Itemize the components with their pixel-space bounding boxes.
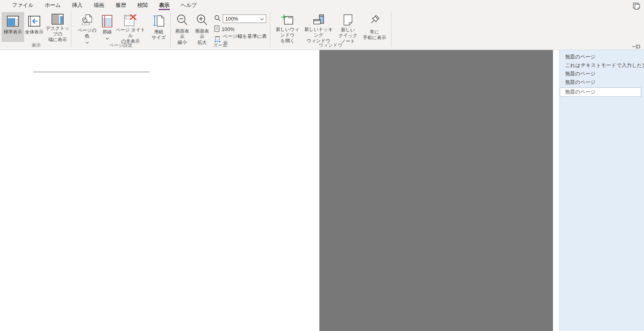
tab-view[interactable]: 表示 bbox=[153, 0, 175, 11]
group-label-view: 表示 bbox=[2, 42, 71, 48]
zoom-in-button[interactable]: 画面表示 拡大 bbox=[192, 12, 212, 42]
stacked-pages-icon[interactable] bbox=[632, 2, 641, 12]
chevron-down-icon bbox=[260, 16, 264, 22]
rule-lines-icon bbox=[102, 14, 112, 28]
always-on-top-label-2: 手前に表示 bbox=[363, 35, 386, 40]
new-docked-window-button[interactable]: 新しいドッキング ウィンドウ bbox=[302, 12, 335, 42]
hide-page-title-label-1: ページ タイトル bbox=[116, 27, 145, 38]
new-quick-note-button[interactable]: 新しい クイック ノート bbox=[335, 12, 361, 42]
new-docked-window-label-1: 新しいドッキング bbox=[303, 27, 334, 38]
dock-to-desktop-label-2: 端に表示 bbox=[48, 37, 67, 42]
page-list-item[interactable]: 無題のページ bbox=[560, 78, 644, 87]
ribbon-view-tab: 標準表示 全体表示 デスクトップの 端に表示 表示 bbox=[0, 11, 644, 50]
page-list-item-selected[interactable]: 無題のページ bbox=[560, 87, 641, 97]
page-canvas[interactable] bbox=[0, 50, 319, 331]
tab-history[interactable]: 履歴 bbox=[110, 0, 132, 11]
zoom-controls-column: 100% 100% ページ幅を基準に表示 bbox=[212, 12, 270, 44]
new-quick-note-label-1: 新しい bbox=[341, 27, 355, 33]
paper-size-button[interactable]: 用紙 サイズ bbox=[148, 12, 169, 42]
group-separator bbox=[391, 12, 391, 47]
zoom-100-button[interactable]: 100% bbox=[214, 25, 268, 33]
tab-insert[interactable]: 挿入 bbox=[66, 0, 88, 11]
dock-to-desktop-label-1: デスクトップの bbox=[45, 25, 70, 37]
dock-to-desktop-button[interactable]: デスクトップの 端に表示 bbox=[44, 12, 71, 42]
rule-lines-label: 罫線 bbox=[103, 29, 112, 35]
normal-view-button[interactable]: 標準表示 bbox=[2, 12, 24, 42]
zoom-level-value: 100% bbox=[225, 16, 238, 22]
tab-help[interactable]: ヘルプ bbox=[175, 0, 203, 11]
zoom-100-icon bbox=[214, 25, 219, 33]
page-list-item[interactable]: 無題のページ bbox=[560, 53, 644, 61]
ribbon-topbar: ファイル ホーム 挿入 描画 履歴 校閲 表示 ヘルプ 標準表示 全体表示 bbox=[0, 0, 644, 50]
new-window-label-1: 新しいウィンドウ bbox=[273, 27, 302, 38]
rule-lines-button[interactable]: 罫線 bbox=[99, 12, 115, 42]
new-window-icon bbox=[280, 14, 295, 26]
zoom-in-label-1: 画面表示 bbox=[193, 28, 211, 40]
tab-file[interactable]: ファイル bbox=[6, 0, 39, 11]
zoom-level-icon bbox=[214, 15, 221, 23]
zoom-out-label-1: 画面表示 bbox=[173, 28, 191, 40]
off-page-background bbox=[319, 50, 553, 331]
normal-view-label: 標準表示 bbox=[4, 29, 22, 35]
paper-size-label-1: 用紙 bbox=[154, 29, 164, 35]
zoom-level-combobox[interactable]: 100% bbox=[223, 15, 266, 23]
full-page-view-button[interactable]: 全体表示 bbox=[24, 12, 44, 42]
new-quick-note-icon bbox=[342, 14, 354, 26]
tab-home[interactable]: ホーム bbox=[39, 0, 66, 11]
new-docked-window-icon bbox=[312, 14, 325, 26]
page-color-button[interactable]: ページの色 bbox=[75, 12, 99, 42]
page-title-underline bbox=[33, 72, 150, 72]
full-page-view-label: 全体表示 bbox=[25, 29, 43, 35]
dock-to-desktop-icon bbox=[52, 14, 64, 25]
page-list-sidebar: 無題のページ これはテキストモードで入力した文章で 無題のページ 無題のページ … bbox=[559, 50, 644, 331]
group-zoom: 画面表示 縮小 画面表示 拡大 100% bbox=[171, 11, 270, 50]
normal-view-icon bbox=[7, 14, 19, 28]
page-list-item[interactable]: 無題のページ bbox=[560, 70, 644, 78]
new-window-button[interactable]: 新しいウィンドウ を開く bbox=[273, 12, 302, 42]
group-window: 新しいウィンドウ を開く 新しいドッキング ウィンドウ 新しい クイック ノート bbox=[270, 11, 391, 50]
always-on-top-label-1: 常に bbox=[370, 29, 379, 35]
full-page-view-icon bbox=[28, 14, 40, 28]
zoom-100-label: 100% bbox=[222, 27, 234, 32]
page-list-item[interactable]: これはテキストモードで入力した文章で bbox=[560, 61, 644, 70]
group-label-window: ウィンドウ bbox=[270, 42, 391, 48]
paper-size-label-2: サイズ bbox=[151, 35, 166, 40]
hide-page-title-button[interactable]: ページ タイトル の非表示 bbox=[115, 12, 146, 42]
zoom-out-button[interactable]: 画面表示 縮小 bbox=[172, 12, 192, 42]
menu-bar: ファイル ホーム 挿入 描画 履歴 校閲 表示 ヘルプ bbox=[0, 0, 644, 11]
tab-review[interactable]: 校閲 bbox=[132, 0, 153, 11]
always-on-top-button[interactable]: 常に 手前に表示 bbox=[361, 12, 388, 42]
group-view: 標準表示 全体表示 デスクトップの 端に表示 表示 bbox=[2, 11, 71, 50]
hide-page-title-icon bbox=[124, 14, 137, 26]
paper-size-icon bbox=[152, 14, 165, 28]
zoom-in-icon bbox=[195, 14, 209, 27]
group-page-setup: ページの色 罫線 ページ タイトル の非表示 bbox=[71, 11, 170, 50]
group-label-page-setup: ページ設定 bbox=[71, 42, 170, 48]
group-label-zoom: ズーム bbox=[171, 42, 270, 48]
page-color-icon bbox=[81, 14, 93, 27]
tab-draw[interactable]: 描画 bbox=[88, 0, 110, 11]
chevron-down-icon bbox=[106, 35, 109, 41]
zoom-out-icon bbox=[176, 14, 189, 27]
page-color-label: ページの色 bbox=[75, 27, 99, 39]
always-on-top-icon bbox=[368, 14, 381, 28]
